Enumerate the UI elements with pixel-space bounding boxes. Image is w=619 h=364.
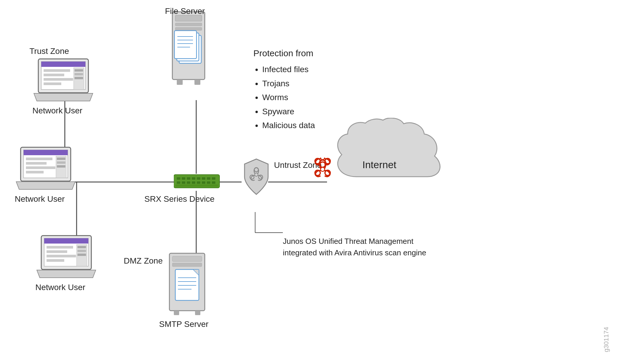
utm-description: Junos OS Unified Threat Management integ… — [283, 236, 426, 259]
svg-rect-67 — [187, 181, 190, 184]
svg-rect-40 — [77, 246, 86, 248]
svg-rect-75 — [172, 256, 202, 262]
protection-box: Protection from Infected files Trojans W… — [253, 46, 315, 133]
svg-rect-35 — [47, 246, 73, 249]
svg-rect-84 — [195, 311, 200, 315]
svg-rect-55 — [194, 80, 200, 85]
svg-rect-15 — [44, 78, 73, 81]
svg-rect-71 — [207, 181, 210, 184]
svg-rect-69 — [197, 181, 200, 184]
srx-device-label: SRX Series Device — [144, 194, 214, 204]
internet-label: Internet — [362, 159, 396, 171]
svg-rect-46 — [175, 27, 202, 30]
srx-device — [174, 173, 221, 192]
svg-rect-54 — [177, 80, 183, 85]
svg-point-93 — [320, 162, 325, 167]
svg-rect-42 — [77, 254, 86, 256]
svg-rect-13 — [44, 69, 70, 72]
svg-rect-70 — [202, 181, 205, 184]
svg-rect-30 — [57, 161, 65, 164]
svg-rect-72 — [212, 181, 215, 184]
svg-point-96 — [321, 167, 325, 171]
svg-rect-41 — [77, 250, 86, 252]
svg-rect-65 — [177, 181, 180, 184]
svg-rect-14 — [44, 74, 64, 76]
protection-item-2: Worms — [262, 90, 315, 105]
svg-rect-66 — [182, 181, 185, 184]
network-user-top-label: Network User — [32, 106, 82, 115]
svg-rect-77 — [175, 269, 199, 300]
network-user-mid-label: Network User — [15, 194, 65, 204]
smtp-server — [159, 252, 215, 321]
dmz-zone-label: DMZ Zone — [124, 256, 163, 266]
svg-rect-31 — [57, 165, 65, 168]
svg-rect-36 — [47, 250, 67, 253]
protection-item-1: Trojans — [262, 77, 315, 91]
laptop-mid — [15, 146, 77, 191]
svg-rect-64 — [212, 177, 215, 180]
svg-rect-73 — [175, 184, 218, 187]
svg-rect-44 — [175, 15, 202, 21]
svg-rect-27 — [26, 171, 44, 173]
file-server-label: File Server — [165, 6, 205, 16]
svg-rect-38 — [47, 259, 64, 262]
svg-rect-16 — [44, 82, 61, 85]
svg-rect-62 — [202, 177, 205, 180]
laptop-bot — [35, 234, 97, 280]
svg-rect-61 — [197, 177, 200, 180]
svg-rect-45 — [175, 23, 202, 26]
shield-icon — [242, 158, 271, 198]
file-server — [159, 9, 218, 95]
trust-zone-label: Trust Zone — [29, 47, 69, 56]
svg-rect-12 — [41, 62, 85, 67]
svg-rect-20 — [75, 77, 83, 79]
svg-rect-49 — [174, 31, 197, 59]
utm-line2: integrated with Avira Antivirus scan eng… — [283, 248, 426, 257]
svg-rect-29 — [57, 158, 65, 160]
protection-title: Protection from — [253, 46, 315, 61]
watermark: g301174 — [603, 327, 610, 352]
svg-rect-68 — [192, 181, 195, 184]
svg-rect-58 — [182, 177, 185, 180]
utm-line1: Junos OS Unified Threat Management — [283, 237, 413, 246]
svg-rect-76 — [172, 263, 202, 267]
svg-rect-23 — [24, 150, 68, 155]
svg-rect-25 — [26, 162, 47, 165]
svg-rect-83 — [174, 311, 179, 315]
svg-rect-37 — [47, 255, 76, 257]
internet-cloud — [327, 118, 451, 198]
protection-item-0: Infected files — [262, 62, 315, 77]
protection-list: Infected files Trojans Worms Spyware Mal… — [253, 62, 315, 133]
svg-rect-24 — [26, 158, 52, 160]
protection-item-4: Malicious data — [262, 118, 315, 133]
laptop-top — [32, 57, 94, 103]
svg-point-92 — [321, 158, 325, 160]
svg-rect-34 — [44, 238, 88, 244]
network-user-bot-label: Network User — [35, 283, 85, 292]
svg-rect-60 — [192, 177, 195, 180]
svg-rect-19 — [75, 73, 83, 75]
protection-item-3: Spyware — [262, 105, 315, 119]
svg-rect-26 — [26, 166, 55, 169]
svg-rect-59 — [187, 177, 190, 180]
svg-rect-57 — [177, 177, 180, 180]
svg-rect-63 — [207, 177, 210, 180]
svg-rect-18 — [75, 69, 83, 72]
smtp-server-label: SMTP Server — [159, 320, 209, 329]
